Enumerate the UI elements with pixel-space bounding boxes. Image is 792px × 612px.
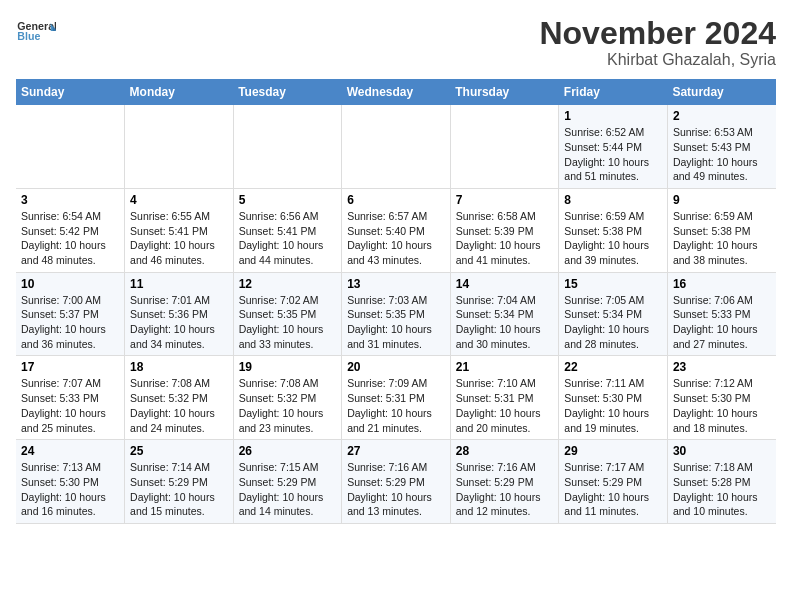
calendar-cell (342, 105, 451, 188)
day-info: Sunrise: 6:52 AM Sunset: 5:44 PM Dayligh… (564, 125, 662, 184)
calendar-cell: 23Sunrise: 7:12 AM Sunset: 5:30 PM Dayli… (667, 356, 776, 440)
header-row: SundayMondayTuesdayWednesdayThursdayFrid… (16, 79, 776, 105)
calendar-week-3: 10Sunrise: 7:00 AM Sunset: 5:37 PM Dayli… (16, 272, 776, 356)
calendar-cell: 1Sunrise: 6:52 AM Sunset: 5:44 PM Daylig… (559, 105, 668, 188)
day-info: Sunrise: 6:54 AM Sunset: 5:42 PM Dayligh… (21, 209, 119, 268)
day-info: Sunrise: 7:06 AM Sunset: 5:33 PM Dayligh… (673, 293, 771, 352)
day-info: Sunrise: 7:13 AM Sunset: 5:30 PM Dayligh… (21, 460, 119, 519)
header-day-thursday: Thursday (450, 79, 559, 105)
day-number: 3 (21, 193, 119, 207)
day-info: Sunrise: 7:03 AM Sunset: 5:35 PM Dayligh… (347, 293, 445, 352)
day-info: Sunrise: 7:04 AM Sunset: 5:34 PM Dayligh… (456, 293, 554, 352)
calendar-cell: 18Sunrise: 7:08 AM Sunset: 5:32 PM Dayli… (125, 356, 234, 440)
calendar-cell: 7Sunrise: 6:58 AM Sunset: 5:39 PM Daylig… (450, 188, 559, 272)
calendar-week-2: 3Sunrise: 6:54 AM Sunset: 5:42 PM Daylig… (16, 188, 776, 272)
calendar-week-5: 24Sunrise: 7:13 AM Sunset: 5:30 PM Dayli… (16, 440, 776, 524)
day-number: 19 (239, 360, 337, 374)
calendar-table: SundayMondayTuesdayWednesdayThursdayFrid… (16, 79, 776, 524)
day-number: 26 (239, 444, 337, 458)
day-number: 24 (21, 444, 119, 458)
calendar-cell: 30Sunrise: 7:18 AM Sunset: 5:28 PM Dayli… (667, 440, 776, 524)
calendar-cell: 21Sunrise: 7:10 AM Sunset: 5:31 PM Dayli… (450, 356, 559, 440)
day-info: Sunrise: 7:17 AM Sunset: 5:29 PM Dayligh… (564, 460, 662, 519)
calendar-cell (16, 105, 125, 188)
calendar-header: SundayMondayTuesdayWednesdayThursdayFrid… (16, 79, 776, 105)
header-day-friday: Friday (559, 79, 668, 105)
day-info: Sunrise: 7:10 AM Sunset: 5:31 PM Dayligh… (456, 376, 554, 435)
day-number: 17 (21, 360, 119, 374)
day-info: Sunrise: 7:18 AM Sunset: 5:28 PM Dayligh… (673, 460, 771, 519)
day-number: 27 (347, 444, 445, 458)
day-number: 23 (673, 360, 771, 374)
header-day-tuesday: Tuesday (233, 79, 342, 105)
day-number: 6 (347, 193, 445, 207)
calendar-cell: 15Sunrise: 7:05 AM Sunset: 5:34 PM Dayli… (559, 272, 668, 356)
day-info: Sunrise: 7:07 AM Sunset: 5:33 PM Dayligh… (21, 376, 119, 435)
day-number: 11 (130, 277, 228, 291)
header-day-wednesday: Wednesday (342, 79, 451, 105)
calendar-cell: 2Sunrise: 6:53 AM Sunset: 5:43 PM Daylig… (667, 105, 776, 188)
day-number: 10 (21, 277, 119, 291)
day-info: Sunrise: 7:14 AM Sunset: 5:29 PM Dayligh… (130, 460, 228, 519)
day-number: 16 (673, 277, 771, 291)
day-info: Sunrise: 6:56 AM Sunset: 5:41 PM Dayligh… (239, 209, 337, 268)
day-number: 21 (456, 360, 554, 374)
day-info: Sunrise: 6:55 AM Sunset: 5:41 PM Dayligh… (130, 209, 228, 268)
day-number: 8 (564, 193, 662, 207)
day-number: 22 (564, 360, 662, 374)
day-info: Sunrise: 7:11 AM Sunset: 5:30 PM Dayligh… (564, 376, 662, 435)
calendar-cell: 24Sunrise: 7:13 AM Sunset: 5:30 PM Dayli… (16, 440, 125, 524)
calendar-cell: 5Sunrise: 6:56 AM Sunset: 5:41 PM Daylig… (233, 188, 342, 272)
calendar-cell (450, 105, 559, 188)
calendar-cell: 6Sunrise: 6:57 AM Sunset: 5:40 PM Daylig… (342, 188, 451, 272)
calendar-cell: 4Sunrise: 6:55 AM Sunset: 5:41 PM Daylig… (125, 188, 234, 272)
calendar-cell (125, 105, 234, 188)
header-day-saturday: Saturday (667, 79, 776, 105)
location-subtitle: Khirbat Ghazalah, Syria (539, 51, 776, 69)
calendar-cell: 12Sunrise: 7:02 AM Sunset: 5:35 PM Dayli… (233, 272, 342, 356)
calendar-week-4: 17Sunrise: 7:07 AM Sunset: 5:33 PM Dayli… (16, 356, 776, 440)
day-number: 14 (456, 277, 554, 291)
header-day-monday: Monday (125, 79, 234, 105)
calendar-cell: 17Sunrise: 7:07 AM Sunset: 5:33 PM Dayli… (16, 356, 125, 440)
day-info: Sunrise: 6:59 AM Sunset: 5:38 PM Dayligh… (673, 209, 771, 268)
calendar-cell: 3Sunrise: 6:54 AM Sunset: 5:42 PM Daylig… (16, 188, 125, 272)
calendar-cell: 20Sunrise: 7:09 AM Sunset: 5:31 PM Dayli… (342, 356, 451, 440)
calendar-cell: 16Sunrise: 7:06 AM Sunset: 5:33 PM Dayli… (667, 272, 776, 356)
day-number: 15 (564, 277, 662, 291)
day-info: Sunrise: 7:15 AM Sunset: 5:29 PM Dayligh… (239, 460, 337, 519)
calendar-cell: 14Sunrise: 7:04 AM Sunset: 5:34 PM Dayli… (450, 272, 559, 356)
calendar-week-1: 1Sunrise: 6:52 AM Sunset: 5:44 PM Daylig… (16, 105, 776, 188)
calendar-cell: 28Sunrise: 7:16 AM Sunset: 5:29 PM Dayli… (450, 440, 559, 524)
calendar-cell: 22Sunrise: 7:11 AM Sunset: 5:30 PM Dayli… (559, 356, 668, 440)
calendar-cell: 29Sunrise: 7:17 AM Sunset: 5:29 PM Dayli… (559, 440, 668, 524)
calendar-body: 1Sunrise: 6:52 AM Sunset: 5:44 PM Daylig… (16, 105, 776, 523)
calendar-cell: 25Sunrise: 7:14 AM Sunset: 5:29 PM Dayli… (125, 440, 234, 524)
day-number: 7 (456, 193, 554, 207)
day-number: 28 (456, 444, 554, 458)
title-block: November 2024 Khirbat Ghazalah, Syria (539, 16, 776, 69)
header-day-sunday: Sunday (16, 79, 125, 105)
day-info: Sunrise: 6:58 AM Sunset: 5:39 PM Dayligh… (456, 209, 554, 268)
day-number: 9 (673, 193, 771, 207)
month-year-title: November 2024 (539, 16, 776, 51)
day-info: Sunrise: 7:08 AM Sunset: 5:32 PM Dayligh… (239, 376, 337, 435)
day-number: 18 (130, 360, 228, 374)
calendar-cell: 8Sunrise: 6:59 AM Sunset: 5:38 PM Daylig… (559, 188, 668, 272)
svg-text:Blue: Blue (17, 30, 40, 42)
calendar-cell: 26Sunrise: 7:15 AM Sunset: 5:29 PM Dayli… (233, 440, 342, 524)
day-number: 25 (130, 444, 228, 458)
calendar-cell (233, 105, 342, 188)
day-number: 13 (347, 277, 445, 291)
day-number: 29 (564, 444, 662, 458)
day-number: 4 (130, 193, 228, 207)
day-info: Sunrise: 6:57 AM Sunset: 5:40 PM Dayligh… (347, 209, 445, 268)
day-info: Sunrise: 7:08 AM Sunset: 5:32 PM Dayligh… (130, 376, 228, 435)
day-number: 5 (239, 193, 337, 207)
calendar-cell: 19Sunrise: 7:08 AM Sunset: 5:32 PM Dayli… (233, 356, 342, 440)
day-info: Sunrise: 7:05 AM Sunset: 5:34 PM Dayligh… (564, 293, 662, 352)
day-info: Sunrise: 7:16 AM Sunset: 5:29 PM Dayligh… (456, 460, 554, 519)
day-info: Sunrise: 7:00 AM Sunset: 5:37 PM Dayligh… (21, 293, 119, 352)
logo: General Blue (16, 16, 56, 48)
logo-icon: General Blue (16, 16, 56, 46)
